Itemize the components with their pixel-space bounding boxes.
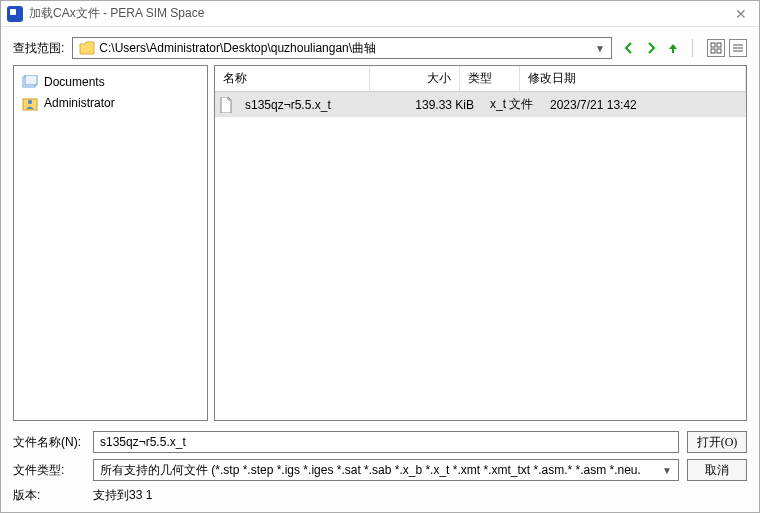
path-row: 查找范围: C:\Users\Administrator\Desktop\quz… [13, 37, 747, 59]
path-select[interactable]: C:\Users\Administrator\Desktop\quzhoulia… [72, 37, 612, 59]
places-item-administrator[interactable]: Administrator [18, 92, 203, 114]
filetype-select[interactable]: 所有支持的几何文件 (*.stp *.step *.igs *.iges *.s… [93, 459, 679, 481]
back-button[interactable] [620, 39, 638, 57]
file-date: 2023/7/21 13:42 [542, 96, 746, 114]
filename-row: 文件名称(N): s135qz¬r5.5.x_t 打开(O) [13, 431, 747, 453]
svg-rect-3 [717, 49, 721, 53]
version-value: 支持到33 1 [93, 487, 152, 504]
close-icon[interactable]: ✕ [729, 6, 753, 22]
svg-rect-2 [711, 49, 715, 53]
forward-button[interactable] [642, 39, 660, 57]
places-panel: Documents Administrator [13, 65, 208, 421]
svg-rect-0 [711, 43, 715, 47]
svg-point-10 [28, 100, 32, 104]
filetype-row: 文件类型: 所有支持的几何文件 (*.stp *.step *.igs *.ig… [13, 459, 747, 481]
bottom-controls: 文件名称(N): s135qz¬r5.5.x_t 打开(O) 文件类型: 所有支… [13, 431, 747, 504]
list-header: 名称 大小 类型 修改日期 [215, 66, 746, 92]
filetype-value: 所有支持的几何文件 (*.stp *.step *.igs *.iges *.s… [100, 462, 641, 479]
dialog-content: 查找范围: C:\Users\Administrator\Desktop\quz… [1, 27, 759, 512]
version-label: 版本: [13, 487, 85, 504]
app-icon [7, 6, 23, 22]
view-list-button[interactable] [729, 39, 747, 57]
cancel-button[interactable]: 取消 [687, 459, 747, 481]
column-header-size[interactable]: 大小 [370, 66, 460, 91]
up-button[interactable] [664, 39, 682, 57]
folder-icon [79, 41, 95, 55]
lookup-label: 查找范围: [13, 40, 64, 57]
file-name: s135qz¬r5.5.x_t [237, 96, 392, 114]
filetype-label: 文件类型: [13, 462, 85, 479]
file-dialog: 加载CAx文件 - PERA SIM Space ✕ 查找范围: C:\User… [0, 0, 760, 513]
separator [692, 39, 693, 57]
view-details-button[interactable] [707, 39, 725, 57]
places-item-documents[interactable]: Documents [18, 72, 203, 92]
filename-value: s135qz¬r5.5.x_t [100, 435, 186, 449]
window-title: 加载CAx文件 - PERA SIM Space [29, 5, 729, 22]
file-icon [219, 97, 233, 113]
view-buttons [707, 39, 747, 57]
filename-field[interactable]: s135qz¬r5.5.x_t [93, 431, 679, 453]
nav-buttons [620, 39, 682, 57]
titlebar: 加载CAx文件 - PERA SIM Space ✕ [1, 1, 759, 27]
open-button[interactable]: 打开(O) [687, 431, 747, 453]
svg-rect-1 [717, 43, 721, 47]
version-row: 版本: 支持到33 1 [13, 487, 747, 504]
column-header-type[interactable]: 类型 [460, 66, 520, 91]
file-row[interactable]: s135qz¬r5.5.x_t 139.33 KiB x_t 文件 2023/7… [215, 92, 746, 117]
file-list: 名称 大小 类型 修改日期 s135qz¬r5.5.x_t 139.33 KiB… [214, 65, 747, 421]
places-item-label: Documents [44, 75, 105, 89]
user-icon [22, 95, 38, 111]
column-header-name[interactable]: 名称 [215, 66, 370, 91]
chevron-down-icon[interactable]: ▼ [662, 465, 672, 476]
path-text: C:\Users\Administrator\Desktop\quzhoulia… [99, 40, 591, 57]
chevron-down-icon[interactable]: ▼ [591, 43, 609, 54]
documents-icon [22, 75, 38, 89]
file-type: x_t 文件 [482, 94, 542, 115]
file-size: 139.33 KiB [392, 96, 482, 114]
panes: Documents Administrator 名称 大小 类型 修改日期 [13, 65, 747, 421]
places-item-label: Administrator [44, 96, 115, 110]
svg-rect-8 [25, 75, 37, 85]
filename-label: 文件名称(N): [13, 434, 85, 451]
column-header-date[interactable]: 修改日期 [520, 66, 746, 91]
